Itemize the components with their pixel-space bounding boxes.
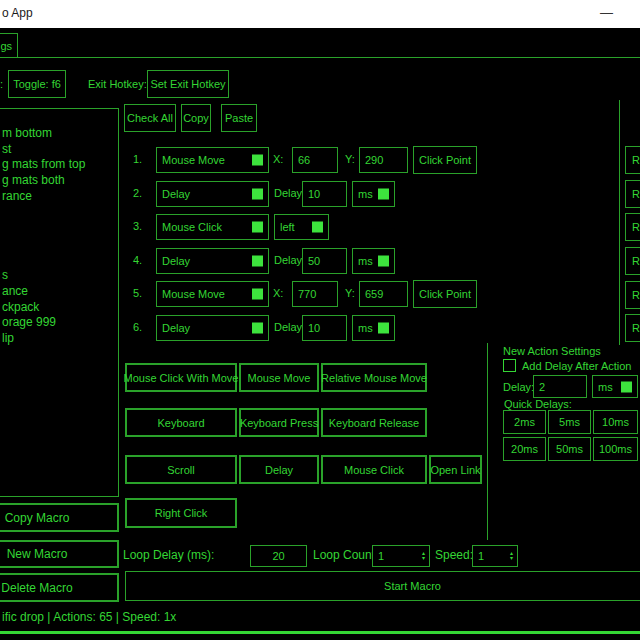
y-label: Y:	[345, 153, 355, 166]
loop-delay-input[interactable]: 20	[250, 545, 307, 567]
delay-unit-dropdown[interactable]: ms	[352, 315, 395, 341]
settings-delay-input[interactable]: 2	[533, 375, 587, 398]
remove-action-button[interactable]: R	[625, 247, 640, 275]
y-input[interactable]: 290	[359, 147, 408, 173]
list-item[interactable]	[0, 110, 118, 126]
quick-delay-2ms-button[interactable]: 2ms	[503, 410, 546, 434]
dropdown-indicator-icon	[252, 155, 263, 166]
delay-unit-value: ms	[358, 322, 373, 334]
list-item[interactable]: st	[0, 142, 118, 158]
delay-input[interactable]: 50	[302, 248, 347, 274]
action-type-dropdown[interactable]: Delay	[156, 181, 269, 207]
mouse-button-value: left	[280, 221, 295, 233]
list-item[interactable]	[0, 221, 118, 237]
add-open-link-button[interactable]: Open Link	[429, 455, 482, 484]
delay-label: Delay	[274, 321, 302, 334]
list-item[interactable]: s	[0, 268, 118, 284]
action-type-value: Delay	[162, 322, 190, 334]
add-scroll-button[interactable]: Scroll	[125, 455, 237, 484]
toggle-hotkey-button[interactable]: Toggle: f6	[8, 70, 66, 98]
quick-delay-100ms-button[interactable]: 100ms	[593, 437, 638, 461]
list-item[interactable]: g mats both	[0, 173, 118, 189]
remove-action-button[interactable]: R	[625, 180, 640, 208]
spinner-icons[interactable]: ▴ ▾	[510, 551, 513, 561]
action-row-number: 1.	[133, 153, 142, 166]
dropdown-indicator-icon	[312, 222, 323, 233]
status-bar-text: ific drop | Actions: 65 | Speed: 1x	[2, 610, 176, 624]
add-mouse-click-button[interactable]: Mouse Click	[321, 455, 427, 484]
add-keyboard-press-button[interactable]: Keyboard Press	[239, 408, 319, 437]
macro-listbox[interactable]: m bottom st g mats from top g mats both …	[0, 108, 119, 497]
spinner-down-icon[interactable]: ▾	[510, 556, 513, 561]
action-list-right-divider	[619, 100, 620, 345]
mouse-button-dropdown[interactable]: left	[274, 214, 329, 240]
x-value: 66	[298, 154, 310, 166]
delete-macro-button[interactable]: Delete Macro	[0, 573, 119, 602]
action-type-value: Mouse Move	[162, 154, 225, 166]
loop-count-value: 1	[378, 550, 384, 562]
list-item[interactable]: lip	[0, 331, 118, 347]
list-item[interactable]	[0, 236, 118, 252]
action-row-number: 4.	[133, 254, 142, 267]
minimize-icon[interactable]: —	[600, 5, 613, 20]
delay-label: Delay	[274, 187, 302, 200]
delay-unit-dropdown[interactable]: ms	[352, 248, 395, 274]
y-input[interactable]: 659	[359, 281, 408, 307]
settings-delay-unit-dropdown[interactable]: ms	[592, 375, 638, 398]
list-item[interactable]: orage 999	[0, 315, 118, 331]
list-item[interactable]: rance	[0, 189, 118, 205]
list-item[interactable]: ckpack	[0, 300, 118, 316]
click-point-button[interactable]: Click Point	[413, 146, 477, 174]
set-exit-hotkey-button[interactable]: Set Exit Hotkey	[147, 70, 229, 98]
delay-input[interactable]: 10	[302, 315, 347, 341]
add-right-click-button[interactable]: Right Click	[125, 498, 237, 528]
delay-unit-dropdown[interactable]: ms	[352, 181, 395, 207]
loop-count-stepper[interactable]: 1 ▴ ▾	[372, 545, 430, 567]
copy-macro-button[interactable]: Copy Macro	[0, 503, 119, 532]
remove-action-button[interactable]: R	[625, 281, 640, 309]
add-mouse-move-button[interactable]: Mouse Move	[239, 363, 319, 392]
add-delay-checkbox[interactable]	[503, 359, 516, 372]
spinner-icons[interactable]: ▴ ▾	[422, 551, 425, 561]
quick-delay-20ms-button[interactable]: 20ms	[503, 437, 546, 461]
quick-delay-5ms-button[interactable]: 5ms	[548, 410, 591, 434]
delay-input[interactable]: 10	[302, 181, 347, 207]
x-input[interactable]: 66	[292, 147, 338, 173]
remove-action-button[interactable]: R	[625, 213, 640, 241]
add-keyboard-release-button[interactable]: Keyboard Release	[321, 408, 427, 437]
remove-action-button[interactable]: R	[625, 314, 640, 342]
click-point-button[interactable]: Click Point	[413, 280, 477, 308]
add-mouse-click-with-move-button[interactable]: Mouse Click With Move	[125, 363, 237, 392]
action-type-value: Mouse Click	[162, 221, 222, 233]
paste-button[interactable]: Paste	[221, 104, 257, 132]
action-row-number: 5.	[133, 287, 142, 300]
action-type-dropdown[interactable]: Delay	[156, 315, 269, 341]
list-item[interactable]	[0, 205, 118, 221]
dropdown-indicator-icon	[252, 222, 263, 233]
list-item[interactable]: m bottom	[0, 126, 118, 142]
check-all-button[interactable]: Check All	[124, 104, 176, 132]
add-keyboard-button[interactable]: Keyboard	[125, 408, 237, 437]
x-input[interactable]: 770	[292, 281, 338, 307]
action-type-dropdown[interactable]: Mouse Move	[156, 281, 269, 307]
remove-action-button[interactable]: R	[625, 146, 640, 174]
list-item[interactable]: g mats from top	[0, 157, 118, 173]
speed-stepper[interactable]: 1 ▴ ▾	[472, 545, 518, 567]
add-relative-mouse-move-button[interactable]: Relative Mouse Move	[321, 363, 427, 392]
loop-delay-label: Loop Delay (ms):	[123, 548, 214, 562]
quick-delay-50ms-button[interactable]: 50ms	[548, 437, 591, 461]
list-item[interactable]: ance	[0, 284, 118, 300]
add-delay-button[interactable]: Delay	[239, 455, 319, 484]
action-type-dropdown[interactable]: Delay	[156, 248, 269, 274]
tab-label: gs	[0, 40, 12, 52]
action-type-dropdown[interactable]: Mouse Click	[156, 214, 269, 240]
new-macro-button[interactable]: New Macro	[0, 540, 119, 568]
quick-delay-10ms-button[interactable]: 10ms	[593, 410, 638, 434]
start-macro-button[interactable]: Start Macro	[125, 571, 640, 601]
copy-button[interactable]: Copy	[181, 104, 211, 132]
delay-unit-value: ms	[358, 255, 373, 267]
action-type-dropdown[interactable]: Mouse Move	[156, 147, 269, 173]
spinner-down-icon[interactable]: ▾	[422, 556, 425, 561]
tab-settings[interactable]: gs	[0, 33, 18, 58]
list-item[interactable]	[0, 252, 118, 268]
